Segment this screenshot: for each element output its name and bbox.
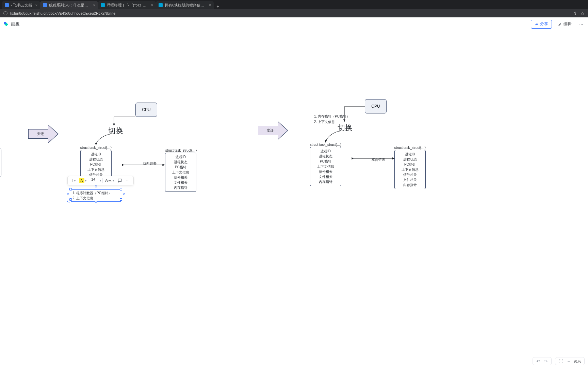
transition-arrow-right[interactable]: 变迁 — [258, 121, 289, 140]
tab-label: 拥有6块腹肌的程序猿的个人空 — [165, 3, 206, 8]
struct-item: 内存指针 — [397, 182, 423, 187]
struct-item: 上下文信息 — [167, 170, 194, 175]
struct-item: 进程状态 — [312, 154, 339, 159]
favicon-icon — [101, 3, 105, 7]
resize-handle[interactable] — [120, 198, 122, 201]
share-icon[interactable]: ⇪ — [573, 11, 577, 16]
cpu-box-right[interactable]: CPU — [365, 99, 387, 113]
tab-bar: - 飞书云文档 × 线程系列1-6：什么是线程？ × 哔哩哔哩 (゜-゜)つロ … — [0, 0, 588, 9]
pencil-icon — [558, 22, 562, 26]
struct-item: 内存指针 — [167, 185, 194, 190]
struct-item: 进程ID — [83, 152, 109, 157]
chevron-down-icon[interactable]: ▾ — [100, 179, 101, 182]
style-glyph: A三 — [105, 178, 112, 184]
browser-chrome: - 飞书云文档 × 线程系列1-6：什么是线程？ × 哔哩哔哩 (゜-゜)つロ … — [0, 0, 588, 17]
share-button[interactable]: 分享 — [531, 20, 552, 29]
struct-item: 上下文信息 — [397, 167, 423, 172]
struct-item: 进程ID — [397, 152, 423, 157]
font-size-value[interactable]: 14 — [89, 177, 98, 184]
edge-handle[interactable] — [95, 185, 97, 187]
share-icon — [535, 22, 539, 26]
struct-item: 上下文信息 — [312, 164, 339, 169]
address-bar[interactable]: kxfun8g8gux.feishu.cn/docx/Vp43d8uhhoJeC… — [0, 9, 588, 17]
undo-button[interactable]: ↶ — [535, 359, 541, 364]
rotate-handle[interactable] — [67, 199, 70, 203]
tab-label: - 飞书云文档 — [11, 3, 32, 8]
cpu-label: CPU — [371, 104, 380, 109]
cpu-label: CPU — [142, 107, 150, 112]
struct-item: 进程ID — [167, 154, 194, 159]
cpu-box-left[interactable]: CPU — [135, 103, 157, 117]
more-icon[interactable]: ··· — [578, 21, 585, 27]
annot-line: 1. 内存指针（PC指针） — [314, 114, 350, 119]
struct-box-right-a[interactable]: 进程ID 进程状态 PC指针 上下文信息 信号相关 文件相关 内存指针 — [310, 147, 341, 186]
address-actions: ⇪ ☆ — [573, 11, 585, 16]
struct-item: PC指针 — [312, 159, 339, 164]
more-button[interactable]: ··· — [125, 177, 131, 184]
app-header-right: 分享 编辑 ··· — [531, 20, 585, 29]
close-icon[interactable]: × — [151, 3, 153, 7]
struct-item: PC指针 — [167, 165, 194, 170]
highlight-color-button[interactable]: A ▾ — [78, 177, 87, 184]
struct-item: 进程ID — [312, 149, 339, 154]
struct-item: 文件相关 — [397, 177, 423, 182]
bookmark-icon[interactable]: ☆ — [581, 11, 585, 16]
highlight-glyph: A — [79, 178, 84, 183]
struct-item: 内存指针 — [312, 179, 339, 184]
close-icon[interactable]: × — [209, 3, 211, 7]
browser-tab[interactable]: 线程系列1-6：什么是线程？ × — [40, 1, 98, 9]
text-tool-button[interactable]: T ▾ — [70, 177, 77, 184]
comment-button[interactable] — [116, 177, 123, 184]
selected-text-box[interactable]: 1. 程序计数器（PC指针） 2. 上下文信息 — [71, 189, 121, 202]
resize-handle[interactable] — [69, 188, 72, 190]
struct-item: PC指针 — [397, 162, 423, 167]
edge-handle[interactable] — [95, 201, 97, 203]
sel-line: 1. 程序计数器（PC指针） — [72, 190, 119, 196]
link-label-left: 双向链表 — [143, 161, 157, 166]
zoom-controls: ⛶ − 91% — [555, 357, 585, 365]
edge-handle[interactable] — [123, 193, 125, 195]
struct-box-left-b[interactable]: 进程ID 进程状态 PC指针 上下文信息 信号相关 文件相关 内存指针 — [165, 153, 196, 192]
struct-label-right-a: struct task_struct{…} — [308, 142, 343, 147]
struct-item: 信号相关 — [397, 172, 423, 177]
text-style-button[interactable]: A三 ▾ — [104, 177, 115, 184]
sel-line: 2. 上下文信息 — [72, 196, 119, 201]
comment-icon — [117, 178, 122, 183]
switch-label-left: 切换 — [108, 126, 123, 136]
app-logo-icon — [3, 21, 9, 27]
offscreen-box[interactable] — [0, 148, 1, 177]
link-label-right: 双向链表 — [372, 157, 385, 162]
arrow-label: 变迁 — [28, 125, 53, 143]
text-format-toolbar: T ▾ A ▾ 14 ▾ A三 ▾ ··· — [67, 176, 134, 185]
edit-label: 编辑 — [564, 21, 572, 27]
resize-handle[interactable] — [120, 188, 122, 190]
browser-tab[interactable]: - 飞书云文档 × — [2, 1, 40, 9]
browser-tab[interactable]: 拥有6块腹肌的程序猿的个人空 × — [156, 1, 214, 9]
new-tab-button[interactable]: + — [214, 4, 222, 9]
browser-tab[interactable]: 哔哩哔哩 (゜-゜)つロ 干杯~--bil × — [98, 1, 156, 9]
edge-handle[interactable] — [67, 193, 69, 195]
redo-button[interactable]: ↷ — [543, 359, 549, 364]
struct-label-right-b: struct task_struct{…} — [392, 145, 428, 150]
separator — [102, 178, 103, 183]
canvas[interactable]: 变迁 CPU 切换 struct task_struct{…} 进程ID 进程状… — [0, 31, 588, 368]
arrow-label: 变迁 — [258, 121, 282, 140]
close-icon[interactable]: × — [35, 3, 37, 7]
close-icon[interactable]: × — [93, 3, 95, 7]
present-button[interactable]: ⛶ — [557, 359, 565, 364]
tab-label: 线程系列1-6：什么是线程？ — [49, 3, 90, 8]
tab-label: 哔哩哔哩 (゜-゜)つロ 干杯~--bil — [107, 3, 148, 8]
bottom-controls: ↶ ↷ ⛶ − 91% — [533, 357, 585, 365]
struct-item: 信号相关 — [312, 169, 339, 174]
zoom-value[interactable]: 91% — [573, 359, 582, 363]
zoom-out-button[interactable]: − — [566, 359, 571, 364]
site-info-icon[interactable] — [3, 11, 7, 15]
share-label: 分享 — [540, 21, 548, 27]
struct-item: 文件相关 — [167, 180, 194, 185]
edit-button[interactable]: 编辑 — [555, 20, 574, 29]
transition-arrow-left[interactable]: 变迁 — [28, 125, 60, 143]
favicon-icon — [5, 3, 9, 7]
struct-box-right-b[interactable]: 进程ID 进程状态 PC指针 上下文信息 信号相关 文件相关 内存指针 — [394, 150, 426, 189]
struct-item: 进程状态 — [167, 159, 194, 165]
address-text: kxfun8g8gux.feishu.cn/docx/Vp43d8uhhoJeC… — [10, 11, 115, 15]
